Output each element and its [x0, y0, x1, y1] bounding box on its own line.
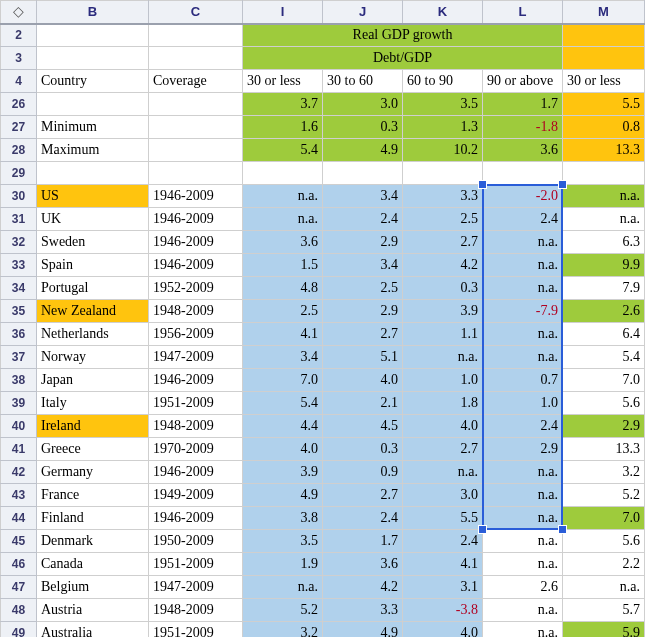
row-header[interactable]: 30 — [1, 185, 37, 208]
value-cell[interactable]: 3.4 — [323, 185, 403, 208]
coverage-cell[interactable]: 1946-2009 — [149, 369, 243, 392]
coverage-cell[interactable]: 1956-2009 — [149, 323, 243, 346]
coverage-cell[interactable]: 1946-2009 — [149, 254, 243, 277]
value-cell[interactable]: n.a. — [563, 208, 645, 231]
value-cell[interactable]: 5.4 — [243, 392, 323, 415]
value-cell[interactable]: 2.6 — [483, 576, 563, 599]
value-cell[interactable]: n.a. — [563, 185, 645, 208]
row-header[interactable]: 45 — [1, 530, 37, 553]
value-cell[interactable]: 5.9 — [563, 622, 645, 638]
country-cell[interactable]: UK — [37, 208, 149, 231]
country-cell[interactable]: Portugal — [37, 277, 149, 300]
value-cell[interactable]: 6.3 — [563, 231, 645, 254]
cell[interactable] — [149, 93, 243, 116]
value-cell[interactable]: 2.4 — [403, 530, 483, 553]
coverage-cell[interactable]: 1948-2009 — [149, 300, 243, 323]
row-header[interactable]: 31 — [1, 208, 37, 231]
value-cell[interactable]: 2.5 — [243, 300, 323, 323]
coverage-cell[interactable]: 1946-2009 — [149, 208, 243, 231]
cell[interactable] — [37, 47, 149, 70]
country-cell[interactable]: Netherlands — [37, 323, 149, 346]
country-cell[interactable]: Sweden — [37, 231, 149, 254]
row-header[interactable]: 28 — [1, 139, 37, 162]
summary-label-cell[interactable] — [37, 93, 149, 116]
row-header[interactable]: 39 — [1, 392, 37, 415]
coverage-cell[interactable]: 1951-2009 — [149, 553, 243, 576]
cell[interactable] — [37, 162, 149, 185]
value-cell[interactable]: -7.9 — [483, 300, 563, 323]
coverage-cell[interactable]: 1946-2009 — [149, 231, 243, 254]
coverage-cell[interactable]: 1950-2009 — [149, 530, 243, 553]
value-cell[interactable]: 5.6 — [563, 530, 645, 553]
bucket-header-cell[interactable]: 30 to 60 — [323, 70, 403, 93]
value-cell[interactable]: n.a. — [483, 346, 563, 369]
merged-title-cell[interactable]: Real GDP growth — [243, 24, 563, 47]
value-cell[interactable]: 1.5 — [243, 254, 323, 277]
value-cell[interactable]: 2.7 — [403, 231, 483, 254]
value-cell[interactable]: 0.9 — [323, 461, 403, 484]
value-cell[interactable]: 4.8 — [243, 277, 323, 300]
value-cell[interactable]: 4.4 — [243, 415, 323, 438]
value-cell[interactable]: 2.7 — [323, 484, 403, 507]
col-header-C[interactable]: C — [149, 1, 243, 24]
value-cell[interactable]: 2.5 — [323, 277, 403, 300]
value-cell[interactable]: 7.9 — [563, 277, 645, 300]
cell[interactable] — [563, 162, 645, 185]
value-cell[interactable]: 1.9 — [243, 553, 323, 576]
row-header[interactable]: 3 — [1, 47, 37, 70]
summary-cell[interactable]: 0.3 — [323, 116, 403, 139]
country-cell[interactable]: Germany — [37, 461, 149, 484]
value-cell[interactable]: n.a. — [483, 622, 563, 638]
value-cell[interactable]: 4.9 — [323, 622, 403, 638]
country-cell[interactable]: Italy — [37, 392, 149, 415]
value-cell[interactable]: n.a. — [483, 277, 563, 300]
coverage-cell[interactable]: 1948-2009 — [149, 415, 243, 438]
cell[interactable] — [149, 116, 243, 139]
summary-cell[interactable]: 1.6 — [243, 116, 323, 139]
row-header[interactable]: 44 — [1, 507, 37, 530]
country-cell[interactable]: Norway — [37, 346, 149, 369]
summary-label-cell[interactable]: Maximum — [37, 139, 149, 162]
row-header[interactable]: 33 — [1, 254, 37, 277]
value-cell[interactable]: n.a. — [483, 507, 563, 530]
row-header[interactable]: 34 — [1, 277, 37, 300]
country-cell[interactable]: Japan — [37, 369, 149, 392]
spreadsheet-viewport[interactable]: ◇ B C I J K L M 2 Real GDP growth 3 Debt… — [0, 0, 645, 637]
value-cell[interactable]: 2.9 — [323, 231, 403, 254]
cell[interactable] — [563, 24, 645, 47]
country-cell[interactable]: France — [37, 484, 149, 507]
value-cell[interactable]: 5.4 — [563, 346, 645, 369]
value-cell[interactable]: 4.1 — [403, 553, 483, 576]
value-cell[interactable]: -2.0 — [483, 185, 563, 208]
value-cell[interactable]: 4.5 — [323, 415, 403, 438]
value-cell[interactable]: 5.5 — [403, 507, 483, 530]
summary-cell[interactable]: 5.5 — [563, 93, 645, 116]
country-cell[interactable]: Spain — [37, 254, 149, 277]
summary-cell[interactable]: 3.7 — [243, 93, 323, 116]
value-cell[interactable]: 1.8 — [403, 392, 483, 415]
value-cell[interactable]: 3.8 — [243, 507, 323, 530]
value-cell[interactable]: 7.0 — [563, 507, 645, 530]
col-header-K[interactable]: K — [403, 1, 483, 24]
row-header[interactable]: 41 — [1, 438, 37, 461]
value-cell[interactable]: 2.4 — [323, 507, 403, 530]
value-cell[interactable]: 4.0 — [323, 369, 403, 392]
country-cell[interactable]: New Zealand — [37, 300, 149, 323]
coverage-header-cell[interactable]: Coverage — [149, 70, 243, 93]
value-cell[interactable]: 1.7 — [323, 530, 403, 553]
value-cell[interactable]: 9.9 — [563, 254, 645, 277]
value-cell[interactable]: 5.6 — [563, 392, 645, 415]
value-cell[interactable]: 2.1 — [323, 392, 403, 415]
value-cell[interactable]: 7.0 — [563, 369, 645, 392]
country-header-cell[interactable]: Country — [37, 70, 149, 93]
value-cell[interactable]: 2.4 — [483, 208, 563, 231]
summary-label-cell[interactable]: Minimum — [37, 116, 149, 139]
value-cell[interactable]: n.a. — [243, 185, 323, 208]
value-cell[interactable]: 3.3 — [403, 185, 483, 208]
bucket-header-cell[interactable]: 90 or above — [483, 70, 563, 93]
row-header[interactable]: 40 — [1, 415, 37, 438]
value-cell[interactable]: 3.1 — [403, 576, 483, 599]
spreadsheet-grid[interactable]: ◇ B C I J K L M 2 Real GDP growth 3 Debt… — [0, 0, 645, 637]
value-cell[interactable]: 3.0 — [403, 484, 483, 507]
country-cell[interactable]: Ireland — [37, 415, 149, 438]
